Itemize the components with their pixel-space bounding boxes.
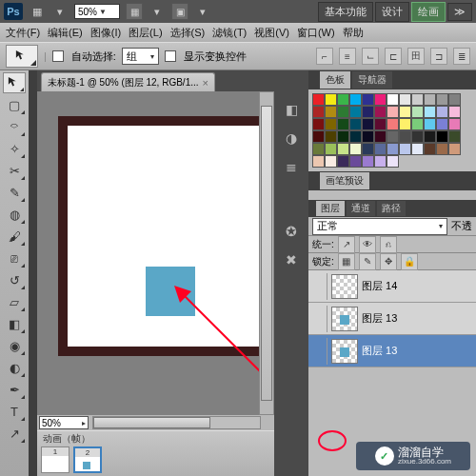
unify-pos-icon[interactable]: ↗	[338, 236, 355, 253]
align-bot-icon[interactable]: ⌙	[362, 48, 379, 65]
swatch[interactable]	[374, 106, 387, 118]
zoom-level-top[interactable]: 50%▼	[74, 4, 120, 19]
tab-swatches[interactable]: 色板	[320, 71, 350, 89]
path-tool[interactable]: ↗	[3, 423, 26, 444]
canvas[interactable]	[68, 126, 273, 347]
scrollbar-vertical[interactable]	[259, 91, 274, 415]
swatch[interactable]	[411, 130, 424, 143]
swatch[interactable]	[399, 130, 411, 143]
gradient-tool[interactable]: ◧	[3, 313, 26, 334]
tool-presets-icon[interactable]: ✖	[281, 249, 302, 270]
close-tab-icon[interactable]: ×	[203, 77, 208, 89]
swatch[interactable]	[325, 118, 337, 130]
swatch[interactable]	[411, 118, 424, 130]
workspace-basic[interactable]: 基本功能	[318, 2, 373, 22]
swatch[interactable]	[349, 155, 362, 168]
menu-select[interactable]: 选择(S)	[170, 26, 206, 40]
swatch[interactable]	[312, 118, 325, 130]
swatch[interactable]	[312, 106, 325, 118]
swatch[interactable]	[399, 143, 411, 155]
swatch[interactable]	[362, 130, 374, 143]
menu-file[interactable]: 文件(F)	[6, 26, 40, 40]
swatch[interactable]	[424, 106, 436, 118]
swatch[interactable]	[337, 93, 349, 106]
swatch[interactable]	[424, 130, 436, 143]
swatch[interactable]	[337, 118, 349, 130]
lock-all-icon[interactable]: 🔒	[401, 253, 418, 270]
distribute-icon[interactable]: ≣	[453, 48, 470, 65]
arrange-icon[interactable]: ▾	[149, 3, 166, 20]
heal-tool[interactable]: ◍	[3, 204, 26, 225]
swatch[interactable]	[325, 106, 337, 118]
minibridge-icon[interactable]: ▾	[51, 3, 69, 20]
swatch[interactable]	[362, 93, 374, 106]
menu-layer[interactable]: 图层(L)	[129, 26, 162, 40]
type-tool[interactable]: T	[3, 401, 26, 422]
lasso-tool[interactable]: ⌔	[3, 116, 26, 137]
layer-row-14[interactable]: 图层 14	[308, 270, 476, 303]
swatch[interactable]	[448, 118, 461, 130]
menu-image[interactable]: 图像(I)	[90, 26, 121, 40]
swatch[interactable]	[374, 155, 387, 168]
menu-view[interactable]: 视图(V)	[254, 26, 289, 40]
current-tool-chip[interactable]	[6, 45, 38, 68]
frame-1[interactable]: 1	[41, 446, 69, 473]
unify-vis-icon[interactable]: 👁	[359, 236, 376, 253]
swatch[interactable]	[362, 143, 374, 155]
swatch[interactable]	[448, 106, 461, 118]
align-center-icon[interactable]: 田	[407, 48, 425, 65]
swatches-grid[interactable]	[308, 89, 476, 171]
layer-thumbnail[interactable]	[331, 307, 358, 331]
pen-tool[interactable]: ✒	[3, 379, 26, 400]
wand-tool[interactable]: ✧	[3, 138, 26, 159]
document-tab[interactable]: 未标题-1 @ 50% (图层 12, RGB/1... ×	[41, 72, 215, 91]
adjust-panel-icon[interactable]: ◑	[281, 128, 302, 149]
frame-2[interactable]: 2	[73, 446, 102, 473]
eraser-tool[interactable]: ▱	[3, 291, 26, 312]
tab-navigator[interactable]: 导航器	[352, 71, 392, 89]
brush-panel-icon[interactable]: ✪	[281, 221, 302, 242]
visibility-toggle[interactable]	[310, 338, 327, 365]
swatch[interactable]	[349, 118, 362, 130]
swatch[interactable]	[424, 143, 436, 155]
align-top-icon[interactable]: ⌐	[316, 48, 333, 65]
swatch[interactable]	[362, 118, 374, 130]
menu-filter[interactable]: 滤镜(T)	[212, 26, 247, 40]
menu-help[interactable]: 帮助	[343, 26, 364, 40]
move-tool[interactable]	[3, 72, 26, 93]
swatch[interactable]	[436, 93, 448, 106]
workspace-design[interactable]: 设计	[375, 2, 409, 22]
swatch[interactable]	[387, 118, 399, 130]
swatch[interactable]	[436, 106, 448, 118]
menu-edit[interactable]: 编辑(E)	[48, 26, 83, 40]
swatch[interactable]	[312, 130, 325, 143]
screen-mode-icon[interactable]: ▣	[171, 3, 188, 20]
swatch[interactable]	[312, 155, 325, 168]
swatch[interactable]	[325, 93, 337, 106]
swatch[interactable]	[399, 106, 411, 118]
styles-panel-icon[interactable]: ≣	[281, 156, 302, 177]
swatch[interactable]	[325, 143, 337, 155]
layer-thumbnail[interactable]	[331, 339, 358, 364]
crop-tool[interactable]: ✂	[3, 160, 26, 181]
visibility-toggle[interactable]	[310, 306, 327, 332]
swatch[interactable]	[349, 130, 362, 143]
lock-trans-icon[interactable]: ▦	[338, 253, 355, 270]
swatch[interactable]	[411, 143, 424, 155]
swatch[interactable]	[337, 106, 349, 118]
marquee-tool[interactable]: ▢	[3, 94, 26, 115]
zoom-level-bottom[interactable]: 50%▸	[39, 416, 89, 429]
swatch[interactable]	[362, 155, 374, 168]
tab-layers[interactable]: 图层	[316, 201, 345, 216]
swatch[interactable]	[448, 93, 461, 106]
align-mid-icon[interactable]: ≡	[339, 48, 356, 65]
align-right-icon[interactable]: ⊐	[430, 48, 447, 65]
swatch[interactable]	[312, 93, 325, 106]
blend-mode-select[interactable]: 正常▾	[312, 218, 447, 235]
swatch[interactable]	[436, 118, 448, 130]
tab-channels[interactable]: 通道	[347, 201, 375, 216]
swatch[interactable]	[325, 130, 337, 143]
auto-select-checkbox[interactable]	[52, 50, 64, 62]
history-brush-tool[interactable]: ↺	[3, 269, 26, 290]
workspace-more[interactable]: ≫	[447, 3, 472, 21]
